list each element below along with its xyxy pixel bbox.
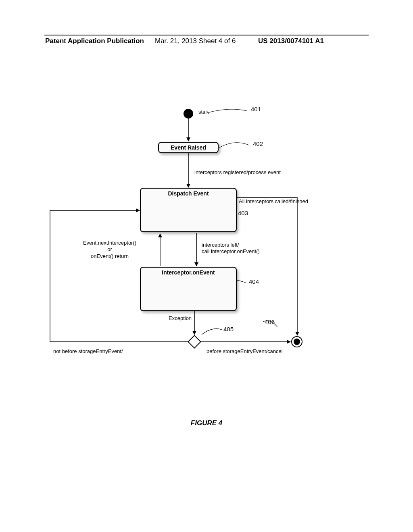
ref-404: 404 — [249, 278, 259, 285]
edge-decision-to-end: before storageEntryEvent/cancel — [206, 348, 283, 355]
edge-dispatch-to-end: All interceptors called/finished — [239, 198, 308, 205]
ref-406: 406 — [265, 318, 275, 325]
state-dispatch-event: Dispatch Event — [140, 188, 237, 232]
start-label: start — [198, 109, 209, 115]
start-node — [184, 109, 193, 118]
edge-raised-to-dispatch: interceptors registered/process event — [194, 169, 281, 176]
header-rule — [44, 35, 369, 35]
decision-node — [188, 335, 201, 349]
state-interceptor-onEvent: Interceptor.onEvent — [140, 267, 237, 311]
edge-onEvent-to-dispatch: Event.nextInterceptor() or onEvent() ret… — [69, 240, 150, 260]
ref-401: 401 — [251, 106, 261, 112]
ref-405: 405 — [223, 326, 234, 332]
ref-403: 403 — [238, 210, 248, 216]
state-event-raised-title: Event Raised — [159, 143, 218, 152]
end-node — [291, 336, 302, 347]
page: Patent Application Publication Mar. 21, … — [0, 0, 413, 532]
state-interceptor-onEvent-title: Interceptor.onEvent — [141, 268, 236, 277]
edge-dispatch-to-onEvent: interceptors left/ call interceptor.onEv… — [202, 242, 260, 255]
header-pub-number: US 2013/0074101 A1 — [258, 37, 324, 45]
figure-label: FIGURE 4 — [0, 419, 413, 427]
header-publication: Patent Application Publication — [45, 37, 144, 45]
state-diagram: start 401 Event Raised 402 interceptors … — [45, 109, 368, 383]
ref-402: 402 — [253, 140, 263, 147]
state-event-raised: Event Raised — [158, 142, 219, 153]
edge-exception: Exception — [169, 315, 192, 322]
state-dispatch-event-title: Dispatch Event — [141, 189, 236, 198]
edge-decision-to-dispatch: not before storageEntryEvent/ — [53, 348, 123, 355]
header-date-sheet: Mar. 21, 2013 Sheet 4 of 6 — [155, 37, 236, 45]
